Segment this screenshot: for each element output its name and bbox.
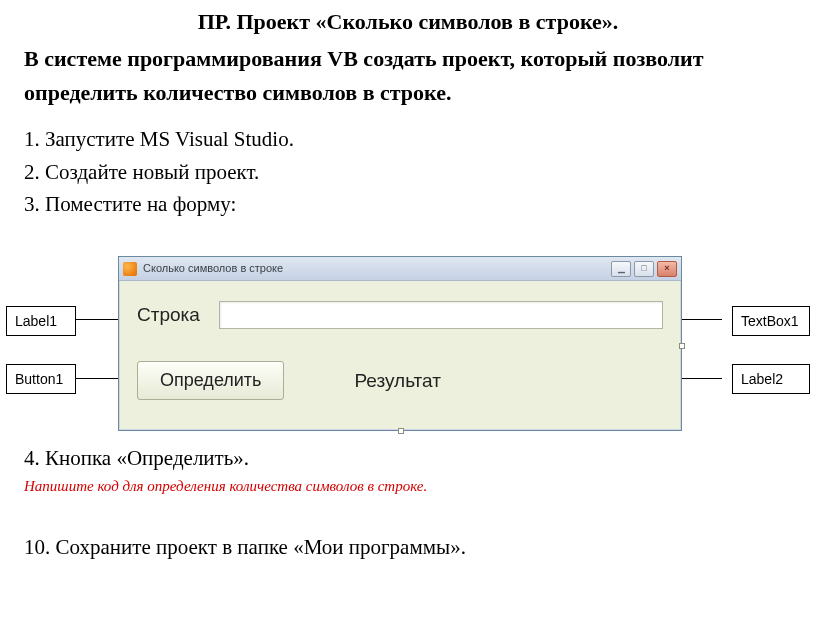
minimize-button[interactable]: ▁ xyxy=(611,261,631,277)
window-title: Сколько символов в строке xyxy=(143,261,611,277)
resize-handle-bottom xyxy=(398,428,404,434)
doc-subtitle: В системе программирования VB создать пр… xyxy=(24,42,792,110)
titlebar: Сколько символов в строке ▁ □ × xyxy=(119,257,681,281)
form-window: Сколько символов в строке ▁ □ × Строка О… xyxy=(118,256,682,431)
step-1: 1. Запустите MS Visual Studio. xyxy=(24,124,792,154)
close-button[interactable]: × xyxy=(657,261,677,277)
red-note: Напишите код для определения количества … xyxy=(24,476,792,498)
button-opredelit[interactable]: Определить xyxy=(137,361,284,400)
label-result: Результат xyxy=(354,367,440,395)
maximize-button[interactable]: □ xyxy=(634,261,654,277)
step-4-text: Кнопка «Определить». xyxy=(45,446,249,470)
callout-label1: Label1 xyxy=(6,306,76,336)
callout-textbox1: TextBox1 xyxy=(732,306,810,336)
label-stroka: Строка xyxy=(137,301,213,329)
form-diagram: Label1 Button1 TextBox1 Label2 Сколько с… xyxy=(0,256,816,441)
step-4-num: 4. xyxy=(24,446,45,470)
doc-title: ПР. Проект «Сколько символов в строке». xyxy=(24,6,792,38)
resize-handle-right xyxy=(679,343,685,349)
callout-button1: Button1 xyxy=(6,364,76,394)
app-icon xyxy=(123,262,137,276)
step-3: 3. Поместите на форму: xyxy=(24,189,792,219)
callout-label2: Label2 xyxy=(732,364,810,394)
step-10: 10. Сохраните проект в папке «Мои програ… xyxy=(24,532,792,562)
textbox1[interactable] xyxy=(219,301,663,329)
step-2: 2. Создайте новый проект. xyxy=(24,157,792,187)
step-4: 4. Кнопка «Определить». xyxy=(24,443,792,473)
